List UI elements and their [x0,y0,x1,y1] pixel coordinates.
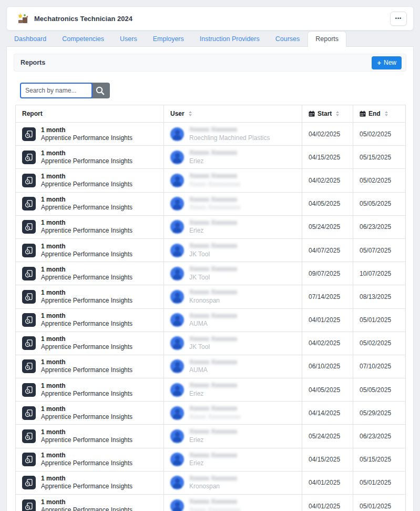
table-row[interactable]: 1 month Apprentice Performance Insights … [16,471,406,494]
app-header-card: Mechatronics Technician 2024 ••• [6,6,414,31]
column-header-report[interactable]: Report [16,105,164,123]
table-row[interactable]: 1 month Apprentice Performance Insights … [16,262,406,285]
table-row[interactable]: 1 month Apprentice Performance Insights … [16,448,406,471]
report-period: 1 month [41,126,132,134]
end-date-cell: 07/10/2025 [353,355,406,378]
table-row[interactable]: 1 month Apprentice Performance Insights … [16,402,406,425]
column-header-start[interactable]: Start [302,105,353,123]
tab-employers[interactable]: Employers [145,31,192,47]
column-header-end[interactable]: End [353,105,406,123]
start-date-cell: 04/02/2025 [302,169,353,192]
report-name: Apprentice Performance Insights [41,181,132,188]
user-cell: Xxxxxx Xxxxxxxx Eriez [164,146,302,169]
more-options-button[interactable]: ••• [390,12,407,26]
report-clock-icon [22,313,36,327]
start-date-cell: 05/24/2025 [302,215,353,238]
table-row[interactable]: 1 month Apprentice Performance Insights … [16,215,406,238]
tab-users[interactable]: Users [112,31,145,47]
end-date-cell: 05/05/2025 [353,192,406,215]
sort-icon[interactable] [336,111,339,116]
tab-reports[interactable]: Reports [308,31,346,47]
report-name: Apprentice Performance Insights [41,204,132,212]
user-company: Eriez [189,157,237,166]
table-row[interactable]: 1 month Apprentice Performance Insights … [16,123,406,146]
report-clock-icon [22,429,36,443]
user-name-redacted: Xxxxxx Xxxxxxxx [189,219,237,227]
tab-instruction-providers[interactable]: Instruction Providers [192,31,268,47]
report-name: Apprentice Performance Insights [41,436,132,444]
user-name-redacted: Xxxxxx Xxxxxxxx [189,382,237,390]
user-name-redacted: Xxxxxx Xxxxxxxx [189,335,237,344]
table-row[interactable]: 1 month Apprentice Performance Insights … [16,378,406,402]
user-cell: Xxxxxx Xxxxxxxx Kronospan [164,285,302,308]
search-input[interactable] [20,83,93,98]
sort-icon[interactable] [189,111,192,116]
user-avatar [170,476,184,489]
new-report-button[interactable]: + New [372,56,402,69]
report-name: Apprentice Performance Insights [41,366,132,374]
user-company: JK Tool [189,251,237,259]
column-header-user[interactable]: User [164,105,302,123]
end-date-cell: 05/01/2025 [353,308,406,332]
report-name: Apprentice Performance Insights [41,227,132,235]
user-cell: Xxxxxx Xxxxxxxx Roechling Machined Plast… [164,123,302,146]
search-icon [95,86,105,96]
table-row[interactable]: 1 month Apprentice Performance Insights … [16,355,406,378]
report-cell: 1 month Apprentice Performance Insights [16,355,164,378]
report-cell: 1 month Apprentice Performance Insights [16,215,164,238]
report-clock-icon [22,174,36,187]
report-name: Apprentice Performance Insights [41,459,132,467]
user-avatar [170,174,184,187]
end-date-cell: 05/29/2025 [353,402,406,425]
table-row[interactable]: 1 month Apprentice Performance Insights … [16,495,406,511]
table-row[interactable]: 1 month Apprentice Performance Insights … [16,332,406,355]
report-cell: 1 month Apprentice Performance Insights [16,448,164,471]
table-row[interactable]: 1 month Apprentice Performance Insights … [16,192,406,215]
report-clock-icon [22,499,36,511]
panel-title: Reports [21,59,45,66]
start-date-cell: 04/05/2025 [302,192,353,215]
table-row[interactable]: 1 month Apprentice Performance Insights … [16,169,406,192]
report-period: 1 month [41,243,132,251]
table-row[interactable]: 1 month Apprentice Performance Insights … [16,285,406,308]
report-cell: 1 month Apprentice Performance Insights [16,471,164,494]
table-row[interactable]: 1 month Apprentice Performance Insights … [16,146,406,169]
sort-icon[interactable] [385,111,388,116]
report-name: Apprentice Performance Insights [41,390,132,398]
user-avatar [170,290,184,304]
report-cell: 1 month Apprentice Performance Insights [16,402,164,425]
report-clock-icon [22,453,36,466]
user-company: Xxxxx Xxxxxxxxxx [189,204,240,212]
user-name-redacted: Xxxxxx Xxxxxxxx [189,242,237,251]
user-avatar [170,151,184,164]
table-row[interactable]: 1 month Apprentice Performance Insights … [16,308,406,332]
start-date-cell: 04/01/2025 [302,471,353,494]
end-date-cell: 05/05/2025 [353,378,406,402]
search-button[interactable] [90,83,110,98]
table-row[interactable]: 1 month Apprentice Performance Insights … [16,425,406,448]
table-row[interactable]: 1 month Apprentice Performance Insights … [16,238,406,262]
start-date-cell: 04/07/2025 [302,238,353,262]
start-date-cell: 04/01/2025 [302,308,353,332]
user-avatar [170,383,184,397]
end-date-cell: 05/15/2025 [353,448,406,471]
user-name-redacted: Xxxxxx Xxxxxxxx [189,149,237,157]
report-period: 1 month [41,312,132,320]
tab-courses[interactable]: Courses [268,31,308,47]
user-cell: Xxxxxx Xxxxxxxx Xxxxx Xxxxxxxxxx [164,402,302,425]
report-cell: 1 month Apprentice Performance Insights [16,192,164,215]
report-name: Apprentice Performance Insights [41,157,132,165]
report-period: 1 month [41,475,132,483]
user-company: Xxxxx Xxxxxxxxxx [189,506,240,511]
tab-competencies[interactable]: Competencies [54,31,112,47]
end-date-cell: 05/01/2025 [353,471,406,494]
page-title: Mechatronics Technician 2024 [34,15,132,23]
end-date-cell: 05/01/2025 [353,495,406,511]
user-company: AUMA [189,320,237,328]
report-clock-icon [22,220,36,234]
user-name-redacted: Xxxxxx Xxxxxxxx [189,475,237,483]
end-date-cell: 08/13/2025 [353,285,406,308]
table-header-row: Report User [16,105,406,123]
tab-dashboard[interactable]: Dashboard [6,31,54,47]
user-avatar [170,220,184,234]
